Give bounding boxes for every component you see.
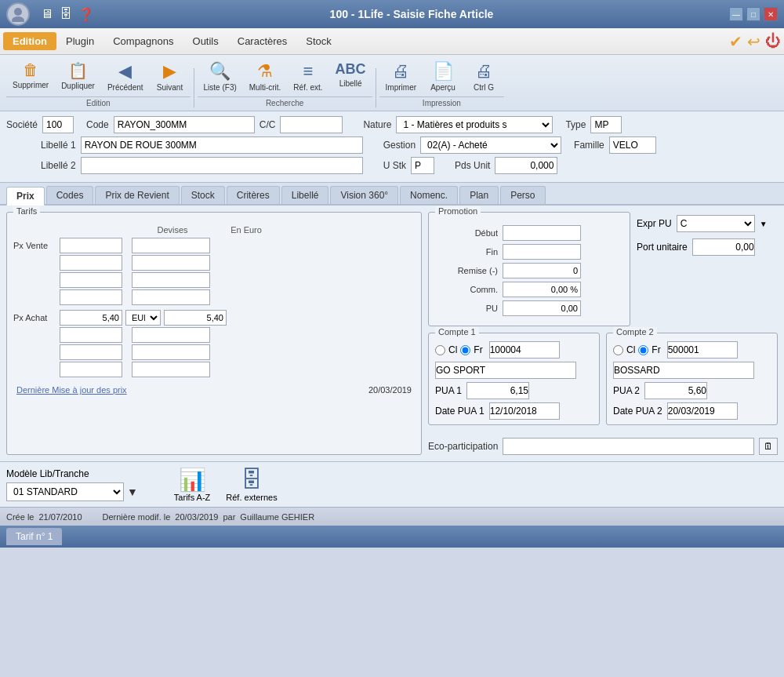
famille-input[interactable]	[609, 136, 656, 154]
eco-calc-button[interactable]: 🗓	[759, 438, 778, 455]
compte2-value-input[interactable]	[667, 341, 738, 359]
model-dropdown-icon: ▼	[127, 486, 138, 498]
px-vente-row-0: Px Vente	[13, 238, 415, 253]
tab-stock[interactable]: Stock	[181, 186, 225, 204]
libelle1-label: Libellé 1	[41, 140, 76, 151]
px-achat-euro-1[interactable]	[132, 327, 210, 343]
tab-nomenc[interactable]: Nomenc.	[400, 186, 458, 204]
libelle1-input[interactable]	[81, 136, 363, 154]
libelle-button[interactable]: ABC Libellé	[329, 58, 372, 95]
menu-outils[interactable]: Outils	[183, 32, 228, 50]
px-vente-input-1[interactable]	[60, 255, 122, 271]
tab-codes[interactable]: Codes	[46, 186, 94, 204]
type-input[interactable]	[590, 116, 622, 133]
px-vente-input-2[interactable]	[60, 272, 122, 288]
nature-select[interactable]: 1 - Matières et produits s	[396, 116, 553, 133]
px-vente-row-1	[13, 255, 415, 271]
tarif-tab[interactable]: Tarif n° 1	[6, 528, 62, 545]
model-select[interactable]: 01 STANDARD	[6, 482, 124, 501]
px-vente-euro-2[interactable]	[132, 272, 210, 288]
debut-input[interactable]	[503, 225, 581, 241]
menu-stock[interactable]: Stock	[296, 32, 341, 50]
eco-row: Eco-participation 🗓	[428, 438, 778, 455]
suivant-button[interactable]: ▶ Suivant	[150, 58, 191, 95]
px-achat-row-1	[13, 327, 415, 343]
px-achat-euro-2[interactable]	[132, 344, 210, 360]
pu-input[interactable]	[503, 300, 581, 316]
pua1-input[interactable]	[466, 382, 529, 399]
menu-edition[interactable]: Edition	[3, 32, 56, 50]
expr-pu-select[interactable]: C	[677, 215, 755, 232]
date-pua1-input[interactable]	[489, 402, 560, 420]
compte1-cl-radio[interactable]	[435, 345, 445, 355]
px-achat-euro-input[interactable]	[164, 310, 227, 326]
power-icon[interactable]: ⏻	[765, 32, 781, 50]
compte1-value-input[interactable]	[489, 341, 560, 359]
tab-criteres[interactable]: Critères	[227, 186, 280, 204]
px-vente-euro-1[interactable]	[132, 255, 210, 271]
societe-input[interactable]	[42, 116, 74, 133]
menu-caracteres[interactable]: Caractères	[228, 32, 297, 50]
date-pua2-input[interactable]	[667, 402, 738, 420]
px-achat-currency[interactable]: EUR	[125, 310, 161, 326]
nature-label: Nature	[363, 119, 391, 130]
maximize-button[interactable]: □	[746, 7, 760, 21]
px-achat-input-1[interactable]	[60, 327, 122, 343]
tab-prix[interactable]: Prix	[6, 187, 45, 206]
apercu-button[interactable]: 📄 Aperçu	[423, 58, 463, 95]
eco-input[interactable]	[503, 438, 754, 455]
pds-unit-input[interactable]	[495, 157, 557, 174]
tarifs-az-button[interactable]: 📊 Tarifs A-Z	[174, 467, 210, 502]
confirm-icon[interactable]: ✔	[729, 32, 742, 51]
port-unitaire-input[interactable]	[692, 238, 755, 256]
close-button[interactable]: ✕	[764, 7, 778, 21]
remise-input[interactable]	[503, 263, 581, 278]
minimize-button[interactable]: —	[729, 7, 743, 21]
precedent-button[interactable]: ◀ Précédent	[101, 58, 150, 95]
liste-button[interactable]: 🔍 Liste (F3)	[198, 58, 243, 95]
supprimer-button[interactable]: 🗑 Supprimer	[6, 58, 55, 95]
menu-plugin[interactable]: Plugin	[56, 32, 103, 50]
tab-prix-de-revient[interactable]: Prix de Revient	[95, 186, 179, 204]
px-vente-euro-0[interactable]	[132, 238, 210, 253]
gestion-select[interactable]: 02(A) - Acheté	[420, 136, 561, 154]
menu-compagnons[interactable]: Compagnons	[103, 32, 183, 50]
ref-ext-button[interactable]: ≡ Réf. ext.	[287, 58, 328, 95]
px-vente-input-3[interactable]	[60, 289, 122, 305]
tab-libelle[interactable]: Libellé	[281, 186, 329, 204]
compte1-fr-radio[interactable]	[460, 345, 470, 355]
fin-input[interactable]	[503, 244, 581, 260]
taskbar-icon-db[interactable]: 🗄	[60, 7, 72, 22]
compte2-cl-label: Cl	[626, 344, 635, 355]
px-achat-input-2[interactable]	[60, 344, 122, 360]
px-achat-devises-input[interactable]	[60, 310, 122, 326]
ustk-input[interactable]	[411, 157, 434, 174]
compte2-name-input[interactable]	[613, 362, 754, 379]
taskbar-icon-monitor[interactable]: 🖥	[41, 7, 53, 22]
ref-externes-button[interactable]: 🗄 Réf. externes	[226, 467, 277, 502]
tab-vision360[interactable]: Vision 360°	[330, 186, 398, 204]
tarifs-az-label: Tarifs A-Z	[174, 493, 210, 502]
undo-icon[interactable]: ↩	[747, 32, 760, 51]
compte2-fr-radio[interactable]	[638, 345, 648, 355]
pua2-input[interactable]	[644, 382, 707, 399]
tab-plan[interactable]: Plan	[459, 186, 499, 204]
px-vente-input-0[interactable]	[60, 238, 122, 253]
comm-input[interactable]	[503, 282, 581, 297]
pds-unit-label: Pds Unit	[455, 160, 490, 171]
imprimer-button[interactable]: 🖨 Imprimer	[379, 58, 423, 95]
derniere-maj-link[interactable]: Dernière Mise à jour des prix	[16, 385, 127, 395]
taskbar-icon-help[interactable]: ❓	[78, 7, 94, 22]
cc-input[interactable]	[280, 116, 343, 133]
compte2-cl-radio[interactable]	[613, 345, 623, 355]
tab-perso[interactable]: Perso	[500, 186, 545, 204]
px-achat-euro-3[interactable]	[132, 362, 210, 377]
dupliquer-button[interactable]: 📋 Dupliquer	[55, 58, 101, 95]
px-achat-input-3[interactable]	[60, 362, 122, 377]
ctrl-g-button[interactable]: 🖨 Ctrl G	[463, 58, 504, 95]
px-vente-euro-3[interactable]	[132, 289, 210, 305]
libelle2-input[interactable]	[81, 157, 363, 174]
compte1-name-input[interactable]	[435, 362, 576, 379]
code-input[interactable]	[114, 116, 255, 133]
multi-crit-button[interactable]: ⚗ Multi-crit.	[243, 58, 288, 95]
